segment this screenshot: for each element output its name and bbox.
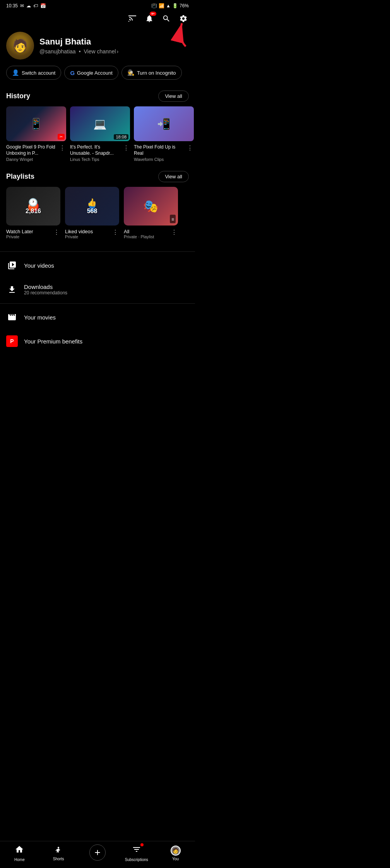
history-scroll: 📱 ✂ Google Pixel 9 Pro Fold Unboxing in …: [0, 106, 195, 168]
playlist-info-0: Watch Later Private: [6, 229, 53, 239]
history-more-btn-1[interactable]: ⋮: [122, 144, 130, 152]
status-left: 10:35 ✉ ☁ 🏷 📅: [6, 3, 46, 9]
duration-badge-1: 18:08: [114, 134, 128, 140]
history-title: History: [6, 92, 30, 100]
incognito-button[interactable]: 🕵️ Turn on Incognito: [121, 66, 182, 80]
history-card-0[interactable]: 📱 ✂ Google Pixel 9 Pro Fold Unboxing in …: [6, 106, 66, 162]
notification-badge: 9+: [150, 12, 156, 16]
playlist-more-btn-0[interactable]: ⋮: [53, 229, 60, 236]
playlist-more-btn-2[interactable]: ⋮: [170, 229, 178, 236]
playlists-title: Playlists: [6, 173, 34, 181]
google-account-button[interactable]: G Google Account: [64, 66, 118, 80]
history-title-0: Google Pixel 9 Pro Fold Unboxing in P...: [6, 144, 58, 156]
history-thumb-bg-2: 📲: [134, 106, 194, 141]
downloads-label: Downloads: [24, 284, 67, 290]
profile-handle-row: @sanujbhatiaa • View channel ›: [39, 48, 118, 55]
history-title-1: It's Perfect. It's Unusable. - Snapdr...: [70, 144, 122, 156]
view-channel-label: View channel: [84, 48, 116, 55]
profile-handle: @sanujbhatiaa: [39, 48, 76, 55]
history-thumb-2: 📲: [134, 106, 194, 141]
pill-buttons-row: 👤 Switch account G Google Account 🕵️ Tur…: [0, 66, 195, 87]
profile-section: 🧑 Sanuj Bhatia @sanujbhatiaa • View chan…: [0, 27, 195, 66]
status-right: 📳 📶 ▲ 🔋 76%: [151, 3, 189, 9]
playlist-privacy-0: Private: [6, 234, 53, 239]
history-info-2: The Pixel Fold Up is Real Waveform Clips: [134, 144, 186, 162]
divider-2: [0, 303, 195, 304]
downloads-sub: 20 recommendations: [24, 290, 67, 296]
playlist-meta-1: Liked videos Private ⋮: [65, 229, 119, 239]
playlist-card-2[interactable]: 🎭 ≡ All Private · Playlist ⋮: [124, 187, 178, 239]
downloads-info: Downloads 20 recommendations: [24, 284, 67, 296]
playlist-list-icon: ≡: [171, 217, 174, 222]
playlist-name-2: All: [124, 229, 170, 234]
premium-benefits-label: Your Premium benefits: [24, 338, 82, 345]
history-title-2: The Pixel Fold Up is Real: [134, 144, 186, 156]
history-card-2[interactable]: 📲 The Pixel Fold Up is Real Waveform Cli…: [134, 106, 194, 162]
playlist-count-1: 👍 568: [87, 198, 98, 215]
liked-icon: 👍: [87, 198, 97, 207]
shorts-badge-0: ✂: [58, 134, 65, 140]
battery-icon: 🔋: [172, 3, 178, 9]
history-meta-2: The Pixel Fold Up is Real Waveform Clips…: [134, 144, 194, 162]
premium-icon: P: [6, 335, 18, 347]
history-more-btn-2[interactable]: ⋮: [186, 144, 194, 152]
incognito-label: Turn on Incognito: [137, 70, 176, 76]
history-section-header: History View all: [0, 87, 195, 106]
history-channel-1: Linus Tech Tips: [70, 157, 122, 162]
cloud-icon: ☁: [26, 3, 31, 9]
red-arrow-pointer: [166, 19, 190, 50]
downloads-icon: [6, 284, 18, 296]
watch-later-icon: 🕐: [28, 198, 38, 207]
your-videos-label: Your videos: [24, 262, 54, 269]
view-channel-link[interactable]: View channel ›: [84, 48, 119, 55]
wifi-icon: 📶: [159, 3, 164, 9]
playlists-section-header: Playlists View all: [0, 168, 195, 187]
notifications-button[interactable]: 9+: [144, 13, 155, 24]
history-more-btn-0[interactable]: ⋮: [58, 144, 66, 152]
history-view-all-button[interactable]: View all: [158, 91, 189, 102]
your-movies-menu-item[interactable]: Your movies: [0, 305, 195, 329]
playlist-thumb-1: 👤 👍 568: [65, 187, 119, 226]
history-channel-0: Danny Winget: [6, 157, 58, 162]
playlist-info-2: All Private · Playlist: [124, 229, 170, 239]
time-display: 10:35: [6, 3, 18, 9]
profile-name: Sanuj Bhatia: [39, 37, 118, 47]
divider-1: [0, 251, 195, 252]
history-meta-0: Google Pixel 9 Pro Fold Unboxing in P...…: [6, 144, 66, 162]
history-meta-1: It's Perfect. It's Unusable. - Snapdr...…: [70, 144, 130, 162]
your-videos-menu-item[interactable]: Your videos: [0, 253, 195, 277]
cast-button[interactable]: [127, 13, 138, 24]
history-info-0: Google Pixel 9 Pro Fold Unboxing in P...…: [6, 144, 58, 162]
vibrate-icon: 📳: [151, 3, 157, 9]
battery-level: 76%: [180, 3, 189, 9]
profile-info: Sanuj Bhatia @sanujbhatiaa • View channe…: [39, 37, 118, 55]
playlist-card-0[interactable]: 🍎 🕐 2,816 Watch Later Private ⋮: [6, 187, 60, 239]
status-bar: 10:35 ✉ ☁ 🏷 📅 📳 📶 ▲ 🔋 76%: [0, 0, 195, 10]
playlist-scroll: 🍎 🕐 2,816 Watch Later Private ⋮ 👤 👍 568: [0, 187, 195, 247]
incognito-icon: 🕵️: [127, 69, 135, 76]
playlist-more-btn-1[interactable]: ⋮: [111, 229, 119, 236]
playlists-view-all-button[interactable]: View all: [158, 171, 189, 182]
switch-account-button[interactable]: 👤 Switch account: [6, 66, 61, 80]
playlist-name-0: Watch Later: [6, 229, 53, 234]
history-thumb-0: 📱 ✂: [6, 106, 66, 141]
mail-icon: ✉: [20, 3, 24, 9]
history-thumb-bg-0: 📱: [6, 106, 66, 141]
your-videos-icon: [6, 260, 18, 271]
google-account-label: Google Account: [77, 70, 113, 76]
history-channel-2: Waveform Clips: [134, 157, 186, 162]
tag-icon: 🏷: [33, 3, 38, 9]
history-card-1[interactable]: 💻 18:08 It's Perfect. It's Unusable. - S…: [70, 106, 130, 162]
switch-account-icon: 👤: [12, 69, 19, 76]
history-thumb-1: 💻 18:08: [70, 106, 130, 141]
playlist-thumb-2: 🎭 ≡: [124, 187, 178, 226]
playlist-privacy-1: Private: [65, 234, 111, 239]
avatar[interactable]: 🧑: [6, 32, 34, 60]
top-action-bar: 9+: [0, 10, 195, 27]
switch-account-label: Switch account: [22, 70, 55, 76]
signal-icon: ▲: [166, 3, 171, 9]
premium-benefits-menu-item[interactable]: P Your Premium benefits: [0, 329, 195, 353]
playlist-card-1[interactable]: 👤 👍 568 Liked videos Private ⋮: [65, 187, 119, 239]
downloads-menu-item[interactable]: Downloads 20 recommendations: [0, 277, 195, 302]
history-info-1: It's Perfect. It's Unusable. - Snapdr...…: [70, 144, 122, 162]
